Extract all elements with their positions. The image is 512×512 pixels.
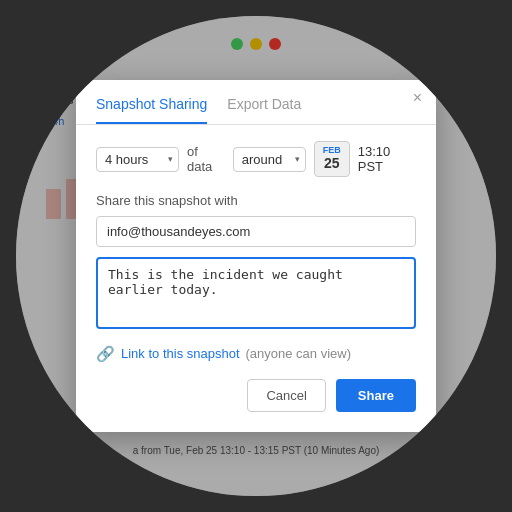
snapshot-sharing-modal: × Snapshot Sharing Export Data 4 hours 1… bbox=[76, 80, 436, 431]
around-select[interactable]: around before after bbox=[233, 147, 306, 172]
time-text: 13:10 PST bbox=[358, 144, 416, 174]
app-window: Metric Loss 24h a from Tue, Feb 25 13:10… bbox=[16, 16, 496, 496]
date-day: 25 bbox=[324, 156, 340, 171]
date-badge: FEB 25 bbox=[314, 141, 350, 176]
share-label: Share this snapshot with bbox=[96, 193, 416, 208]
around-select-wrapper: around before after ▾ bbox=[233, 147, 306, 172]
link-row: 🔗 Link to this snapshot (anyone can view… bbox=[96, 345, 416, 363]
hours-select-wrapper: 4 hours 1 hour 2 hours 6 hours 12 hours … bbox=[96, 147, 179, 172]
modal-body: 4 hours 1 hour 2 hours 6 hours 12 hours … bbox=[76, 125, 436, 431]
cancel-button[interactable]: Cancel bbox=[247, 379, 325, 412]
modal-tabs: Snapshot Sharing Export Data bbox=[76, 80, 436, 125]
link-icon: 🔗 bbox=[96, 345, 115, 363]
message-textarea[interactable]: This is the incident we caught earlier t… bbox=[96, 257, 416, 329]
modal-actions: Cancel Share bbox=[96, 379, 416, 412]
share-button[interactable]: Share bbox=[336, 379, 416, 412]
modal-overlay: × Snapshot Sharing Export Data 4 hours 1… bbox=[16, 16, 496, 496]
close-button[interactable]: × bbox=[413, 90, 422, 106]
tab-export-data[interactable]: Export Data bbox=[227, 96, 301, 124]
email-input[interactable] bbox=[96, 216, 416, 247]
hours-select[interactable]: 4 hours 1 hour 2 hours 6 hours 12 hours … bbox=[96, 147, 179, 172]
tab-snapshot-sharing[interactable]: Snapshot Sharing bbox=[96, 96, 207, 124]
link-subtext: (anyone can view) bbox=[246, 346, 352, 361]
of-data-label: of data bbox=[187, 144, 225, 174]
link-text[interactable]: Link to this snapshot bbox=[121, 346, 240, 361]
data-range-row: 4 hours 1 hour 2 hours 6 hours 12 hours … bbox=[96, 141, 416, 176]
